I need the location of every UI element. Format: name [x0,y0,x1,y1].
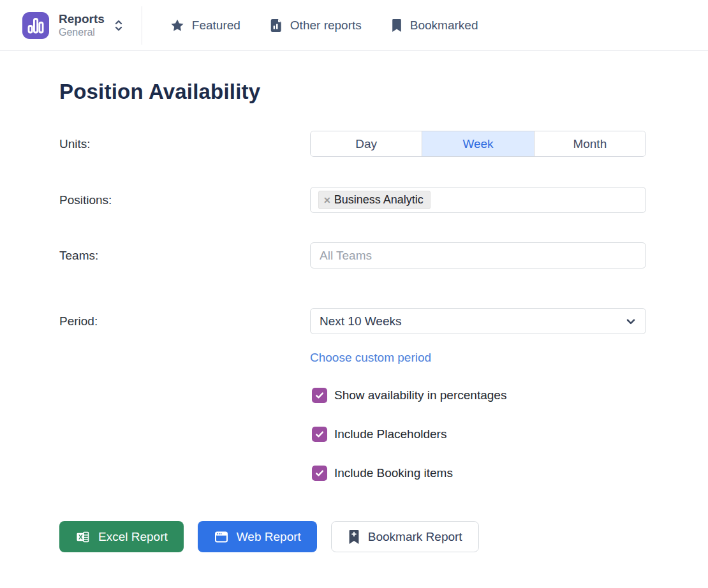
bookmark-report-label: Bookmark Report [368,530,462,544]
custom-period-row: Choose custom period [310,351,646,365]
positions-label: Positions: [59,193,310,207]
tab-featured[interactable]: Featured [170,18,240,33]
header-divider [142,6,142,45]
tab-label: Featured [192,18,240,33]
chevron-updown-icon[interactable] [114,18,124,33]
chart-document-icon [270,18,283,33]
checkbox-checked-icon[interactable] [312,427,327,442]
checkbox-row-percentages[interactable]: Show availability in percentages [312,388,646,403]
position-tag-label: Business Analytic [334,193,424,207]
bookmark-plus-icon [348,529,360,545]
remove-tag-icon[interactable]: ✕ [323,195,331,205]
teams-label: Teams: [59,249,310,263]
units-row: Units: Day Week Month [59,131,646,157]
bookmark-icon [391,18,402,33]
app-title: Reports [59,12,105,27]
excel-icon [75,529,91,545]
tab-bookmarked[interactable]: Bookmarked [391,18,478,33]
segment-week[interactable]: Week [422,131,533,156]
choose-custom-period-link[interactable]: Choose custom period [310,351,431,364]
position-tag: ✕ Business Analytic [318,191,431,209]
report-form: Position Availability Units: Day Week Mo… [0,80,708,552]
action-buttons: Excel Report Web Report [59,521,646,552]
checkbox-label: Include Booking items [334,466,453,480]
tab-label: Bookmarked [410,18,478,33]
excel-report-button[interactable]: Excel Report [59,521,184,552]
positions-input[interactable]: ✕ Business Analytic [310,187,646,213]
web-report-label: Web Report [237,530,301,544]
web-report-button[interactable]: Web Report [198,521,317,552]
period-value: Next 10 Weeks [320,314,401,328]
app-subtitle: General [59,26,105,38]
reports-logo-icon [22,12,49,39]
units-label: Units: [59,137,310,151]
top-bar: Reports General Featured [0,0,708,51]
segment-month[interactable]: Month [534,131,645,156]
star-icon [170,18,184,33]
checkbox-label: Include Placeholders [334,427,446,441]
tab-label: Other reports [290,18,362,33]
period-select[interactable]: Next 10 Weeks [310,308,646,334]
page-title: Position Availability [59,80,646,104]
period-row: Period: Next 10 Weeks [59,308,646,334]
report-type-switcher[interactable]: Reports General [22,12,124,39]
teams-row: Teams: [59,242,646,268]
checkbox-row-placeholders[interactable]: Include Placeholders [312,427,646,442]
bookmark-report-button[interactable]: Bookmark Report [331,521,479,552]
options-checkbox-group: Show availability in percentages Include… [312,388,646,481]
checkbox-row-booking-items[interactable]: Include Booking items [312,466,646,481]
teams-input[interactable] [318,243,638,268]
checkbox-label: Show availability in percentages [334,388,506,402]
segment-day[interactable]: Day [311,131,422,156]
browser-window-icon [214,529,229,545]
excel-report-label: Excel Report [98,530,168,544]
chevron-down-icon [625,316,637,327]
units-segmented-control: Day Week Month [310,131,646,157]
checkbox-checked-icon[interactable] [312,466,327,481]
period-label: Period: [59,314,310,328]
tab-other-reports[interactable]: Other reports [270,18,362,33]
positions-row: Positions: ✕ Business Analytic [59,187,646,213]
checkbox-checked-icon[interactable] [312,388,327,403]
teams-input-wrap [310,242,646,268]
header-tabs: Featured Other reports Bookmarked [170,18,478,33]
